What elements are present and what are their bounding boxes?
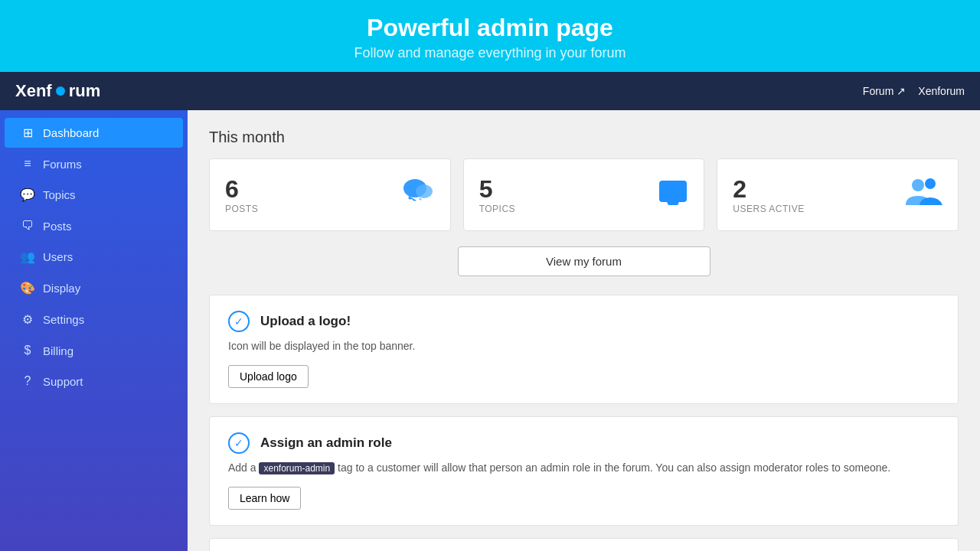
display-icon: 🎨 xyxy=(20,281,35,295)
sidebar-item-label: Posts xyxy=(43,220,72,233)
desc-before: Add a xyxy=(228,461,259,474)
users-icon: 👥 xyxy=(20,249,35,264)
task-card-add-forum: ✓ Add forum We added some sample forums.… xyxy=(209,538,959,551)
dashboard-icon: ⊞ xyxy=(20,126,35,140)
task-title-admin: Assign an admin role xyxy=(260,435,392,451)
settings-icon: ⚙ xyxy=(20,312,35,327)
sidebar-item-users[interactable]: 👥 Users xyxy=(5,242,183,272)
svg-rect-2 xyxy=(659,181,687,202)
banner-subtitle: Follow and manage everything in your for… xyxy=(15,45,965,61)
stat-info-users: 2 USERS ACTIVE xyxy=(733,175,804,214)
svg-point-1 xyxy=(416,184,433,198)
task-check-upload: ✓ xyxy=(228,311,250,332)
sidebar-item-label: Settings xyxy=(43,313,84,326)
external-link-icon: ↗ xyxy=(897,85,906,97)
stat-card-posts: 6 POSTS xyxy=(209,158,451,231)
upload-logo-button[interactable]: Upload logo xyxy=(228,365,309,388)
sidebar-item-label: Display xyxy=(43,282,80,295)
sidebar-item-display[interactable]: 🎨 Display xyxy=(5,273,183,303)
topics-stat-icon xyxy=(658,176,688,214)
sidebar-item-support[interactable]: ? Support xyxy=(5,367,183,396)
posts-label: POSTS xyxy=(225,204,258,214)
task-header-upload: ✓ Upload a logo! xyxy=(228,311,939,332)
posts-count: 6 xyxy=(225,175,258,204)
desc-after: tag to a customer will allow that person… xyxy=(335,461,890,474)
task-desc-admin: Add a xenforum-admin tag to a customer w… xyxy=(228,460,939,476)
task-title-upload: Upload a logo! xyxy=(260,314,351,329)
sidebar-item-posts[interactable]: 🗨 Posts xyxy=(5,211,183,240)
banner-title: Powerful admin page xyxy=(15,14,965,42)
billing-icon: $ xyxy=(20,344,35,357)
learn-how-button[interactable]: Learn how xyxy=(228,487,301,510)
users-count: 2 xyxy=(733,175,804,204)
posts-icon: 🗨 xyxy=(20,219,35,233)
sidebar-item-settings[interactable]: ⚙ Settings xyxy=(5,305,183,334)
sidebar-item-topics[interactable]: 💬 Topics xyxy=(5,180,183,210)
sidebar-item-label: Dashboard xyxy=(43,126,99,139)
view-forum-button[interactable]: View my forum xyxy=(458,246,710,276)
task-card-assign-admin: ✓ Assign an admin role Add a xenforum-ad… xyxy=(209,416,959,526)
section-title: This month xyxy=(209,129,959,146)
logo-dot xyxy=(56,86,65,96)
stat-card-topics: 5 TOPICS xyxy=(463,158,705,231)
sidebar-item-label: Forums xyxy=(43,158,82,171)
task-card-upload-logo: ✓ Upload a logo! Icon will be displayed … xyxy=(209,295,959,404)
sidebar-item-forums[interactable]: ≡ Forums xyxy=(5,149,183,178)
sidebar-item-dashboard[interactable]: ⊞ Dashboard xyxy=(5,118,183,148)
stats-row: 6 POSTS 5 TOPICS xyxy=(209,158,959,231)
users-label: USERS ACTIVE xyxy=(733,204,804,214)
topics-label: TOPICS xyxy=(479,204,515,214)
svg-point-3 xyxy=(912,179,924,191)
stat-info-posts: 6 POSTS xyxy=(225,175,258,214)
task-desc-upload: Icon will be displayed in the top banner… xyxy=(228,338,939,354)
users-stat-icon xyxy=(906,176,942,214)
sidebar-item-label: Users xyxy=(43,250,73,263)
header-right: Forum ↗ Xenforum xyxy=(863,85,965,97)
admin-tag: xenforum-admin xyxy=(259,462,335,474)
support-icon: ? xyxy=(20,374,35,388)
forums-icon: ≡ xyxy=(20,157,35,171)
top-banner: Powerful admin page Follow and manage ev… xyxy=(0,0,980,72)
sidebar-item-label: Support xyxy=(43,375,83,388)
sidebar-item-label: Billing xyxy=(43,344,74,357)
main-wrapper: ⊞ Dashboard ≡ Forums 💬 Topics 🗨 Posts 👥 … xyxy=(0,110,980,551)
main-content: This month 6 POSTS 5 xyxy=(188,110,980,551)
stat-card-users: 2 USERS ACTIVE xyxy=(717,158,959,231)
sidebar: ⊞ Dashboard ≡ Forums 💬 Topics 🗨 Posts 👥 … xyxy=(0,110,188,551)
task-header-admin: ✓ Assign an admin role xyxy=(228,432,939,454)
svg-point-4 xyxy=(925,178,936,189)
forum-link[interactable]: Forum ↗ xyxy=(863,85,906,97)
xenforum-label: Xenforum xyxy=(918,85,965,97)
sidebar-item-label: Topics xyxy=(43,188,76,201)
posts-stat-icon xyxy=(401,174,435,215)
logo: Xenfrum xyxy=(15,81,100,101)
stat-info-topics: 5 TOPICS xyxy=(479,175,515,214)
forum-link-label: Forum xyxy=(863,85,893,97)
topics-icon: 💬 xyxy=(20,187,35,202)
sidebar-item-billing[interactable]: $ Billing xyxy=(5,336,183,365)
header-bar: Xenfrum Forum ↗ Xenforum xyxy=(0,72,980,110)
topics-count: 5 xyxy=(479,175,515,204)
task-check-admin: ✓ xyxy=(228,432,250,454)
